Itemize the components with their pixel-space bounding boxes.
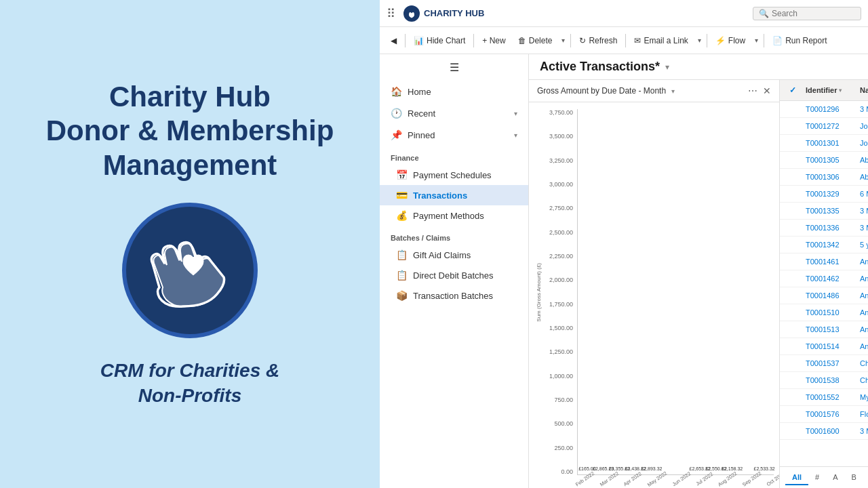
td-identifier[interactable]: T0001486	[802, 289, 856, 302]
td-name[interactable]: 3 Month Mem Donna	[856, 425, 868, 437]
td-name[interactable]: 3 Month Mem Terri Ha	[856, 222, 868, 234]
table-row[interactable]: T0001306 Abigail Dillon : Abigai	[780, 169, 868, 186]
sidebar-item-transaction-batches[interactable]: 📦 Transaction Batches	[380, 285, 528, 306]
td-name[interactable]: Annual Membe Cherry I	[856, 340, 868, 352]
td-name[interactable]: 3 Month Mem	[856, 103, 868, 115]
td-identifier[interactable]: T0001552	[802, 391, 856, 403]
td-identifier[interactable]: T0001305	[802, 154, 856, 166]
td-name[interactable]: 5 year membe William	[856, 239, 868, 251]
table-row[interactable]: T0001537 Cherry Dudley Cherry I	[780, 355, 868, 372]
td-name[interactable]: Myra Travis : 1: Myra Tr	[856, 391, 868, 403]
td-identifier[interactable]: T0001514	[802, 340, 856, 352]
table-row[interactable]: T0001305 Abigail Dillon : Abigai	[780, 152, 868, 169]
td-identifier[interactable]: T0001513	[802, 323, 856, 336]
td-name[interactable]: Cherry Dudley Cherry I	[856, 374, 868, 386]
tab-c[interactable]: C	[863, 470, 868, 485]
delete-chevron[interactable]: ▾	[559, 34, 568, 47]
email-chevron[interactable]: ▾	[695, 34, 704, 47]
table-row[interactable]: T0001510 Annual Membe Sheila S	[780, 304, 868, 321]
th-check[interactable]: ✓	[785, 83, 802, 98]
hide-chart-button[interactable]: 📊 Hide Chart	[408, 33, 471, 48]
td-name[interactable]: Abigail Dillon : Abigai	[856, 171, 868, 183]
run-report-button[interactable]: 📄 Run Report	[767, 33, 832, 48]
delete-button[interactable]: 🗑 Delete	[513, 33, 558, 48]
table-row[interactable]: T0001514 Annual Membe Cherry I	[780, 338, 868, 355]
table-row[interactable]: T0001272 John Lacey : 2/ ---	[780, 118, 868, 135]
report-icon: 📄	[772, 36, 783, 45]
td-identifier[interactable]: T0001306	[802, 171, 856, 183]
page-title-chevron[interactable]: ▾	[665, 62, 669, 72]
td-identifier[interactable]: T0001329	[802, 188, 856, 200]
table-body: T0001296 3 Month Mem --- T0001272 John L…	[780, 101, 868, 466]
search-bar[interactable]: 🔍	[753, 7, 861, 20]
flow-button[interactable]: ⚡ Flow	[710, 33, 751, 48]
td-name[interactable]: 3 Month Mem Terri Ha	[856, 205, 868, 217]
table-row[interactable]: T0001296 3 Month Mem ---	[780, 101, 868, 118]
td-identifier[interactable]: T0001462	[802, 272, 856, 285]
filter-more-button[interactable]: ⋯	[748, 85, 757, 96]
td-name[interactable]: Annual Membe Sheila S	[856, 306, 868, 319]
td-name[interactable]: John Lacey : 2/	[856, 137, 868, 149]
td-name[interactable]: 6 Month Mem Cherry I	[856, 188, 868, 200]
td-identifier[interactable]: T0001510	[802, 306, 856, 319]
td-identifier[interactable]: T0001272	[802, 120, 856, 132]
sidebar-item-payment-schedules[interactable]: 📅 Payment Schedules	[380, 165, 528, 185]
td-name[interactable]: Annual Membe Cherry I	[856, 323, 868, 336]
td-name[interactable]: Florence Deve Florence	[856, 408, 868, 420]
th-name[interactable]: Name ▾	[856, 83, 868, 97]
table-row[interactable]: T0001576 Florence Deve Florence	[780, 406, 868, 423]
tab-hash[interactable]: #	[808, 470, 826, 485]
sidebar-item-gift-aid[interactable]: 📋 Gift Aid Claims	[380, 245, 528, 265]
table-row[interactable]: T0001513 Annual Membe Cherry I	[780, 321, 868, 338]
sidebar-item-pinned[interactable]: 📌 Pinned ▾	[380, 124, 528, 146]
table-row[interactable]: T0001461 Annual Membe Jake Sin	[780, 253, 868, 270]
table-row[interactable]: T0001301 John Lacey : 2/ ---	[780, 135, 868, 152]
email-link-button[interactable]: ✉ Email a Link	[629, 33, 693, 48]
table-row[interactable]: T0001538 Cherry Dudley Cherry I	[780, 372, 868, 389]
flow-chevron[interactable]: ▾	[752, 34, 761, 47]
new-button[interactable]: + New	[477, 33, 511, 48]
td-name[interactable]: Annual Membe Jake Sin	[856, 272, 868, 285]
tab-all[interactable]: All	[785, 470, 808, 485]
td-identifier[interactable]: T0001335	[802, 205, 856, 217]
td-identifier[interactable]: T0001336	[802, 222, 856, 234]
sidebar-item-direct-debit[interactable]: 📋 Direct Debit Batches	[380, 265, 528, 285]
table-row[interactable]: T0001486 Annual Membe Jonatha	[780, 287, 868, 304]
sidebar-item-home[interactable]: 🏠 Home	[380, 81, 528, 102]
td-identifier[interactable]: T0001301	[802, 137, 856, 149]
sidebar-item-transactions[interactable]: 💳 Transactions	[380, 185, 528, 205]
td-name[interactable]: Annual Membe Jonatha	[856, 289, 868, 302]
back-button[interactable]: ◀	[385, 33, 402, 48]
td-identifier[interactable]: T0001576	[802, 408, 856, 420]
table-row[interactable]: T0001342 5 year membe William	[780, 237, 868, 253]
table-row[interactable]: T0001329 6 Month Mem Cherry I	[780, 186, 868, 203]
grid-icon[interactable]: ⠿	[387, 6, 395, 21]
th-identifier[interactable]: Identifier ▾	[802, 83, 856, 97]
td-name[interactable]: Cherry Dudley Cherry I	[856, 357, 868, 369]
table-row[interactable]: T0001600 3 Month Mem Donna	[780, 423, 868, 440]
tab-b[interactable]: B	[845, 470, 863, 485]
tab-a[interactable]: A	[826, 470, 844, 485]
td-check	[785, 192, 802, 196]
sidebar-hamburger[interactable]: ☰	[380, 54, 528, 81]
td-identifier[interactable]: T0001600	[802, 425, 856, 437]
td-identifier[interactable]: T0001538	[802, 374, 856, 386]
search-input[interactable]	[772, 9, 853, 18]
td-name[interactable]: Annual Membe Jake Sin	[856, 256, 868, 268]
td-identifier[interactable]: T0001461	[802, 256, 856, 268]
td-identifier[interactable]: T0001296	[802, 103, 856, 115]
td-identifier[interactable]: T0001537	[802, 357, 856, 369]
td-name[interactable]: John Lacey : 2/	[856, 120, 868, 132]
table-row[interactable]: T0001462 Annual Membe Jake Sin	[780, 270, 868, 287]
sidebar-item-recent[interactable]: 🕐 Recent ▾	[380, 102, 528, 124]
table-row[interactable]: T0001552 Myra Travis : 1: Myra Tr	[780, 389, 868, 406]
table-row[interactable]: T0001335 3 Month Mem Terri Ha	[780, 203, 868, 220]
chart-panel: Gross Amount by Due Date - Month ▾ ⋯ ✕ S…	[529, 80, 780, 488]
td-name[interactable]: Abigail Dillon : Abigai	[856, 154, 868, 166]
filter-close-button[interactable]: ✕	[763, 85, 771, 96]
filter-chevron[interactable]: ▾	[671, 87, 675, 95]
refresh-button[interactable]: ↻ Refresh	[574, 33, 623, 48]
table-row[interactable]: T0001336 3 Month Mem Terri Ha	[780, 220, 868, 237]
sidebar-item-payment-methods[interactable]: 💰 Payment Methods	[380, 205, 528, 226]
td-identifier[interactable]: T0001342	[802, 239, 856, 251]
